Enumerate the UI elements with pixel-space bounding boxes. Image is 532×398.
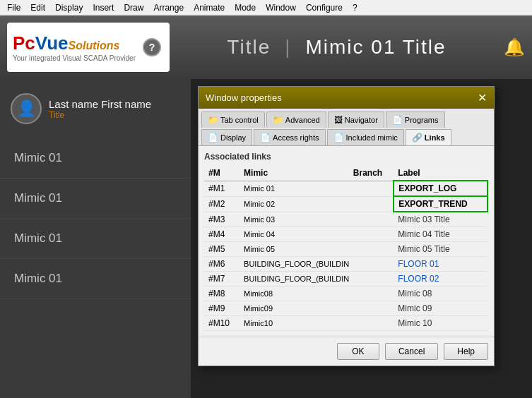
tab-programs[interactable]: 📄 Programs xyxy=(386,111,445,128)
cell-branch xyxy=(349,287,394,301)
cell-branch xyxy=(349,242,394,257)
cell-branch xyxy=(349,196,394,212)
display-icon: 📄 xyxy=(208,133,218,143)
table-row[interactable]: #M9Mimic09Mimic 09 xyxy=(204,301,487,316)
links-table: #M Mimic Branch Label #M1Mimic 01EXPORT_… xyxy=(204,166,488,331)
table-row[interactable]: #M8Mimic08Mimic 08 xyxy=(204,287,487,301)
table-row[interactable]: #M7BUILDING_FLOOR_(BUILDING.FLOOR.0FLOOR… xyxy=(204,272,487,287)
cell-label: EXPORT_LOG xyxy=(394,181,487,196)
cell-mimic: Mimic09 xyxy=(240,301,349,316)
tab-tab-control[interactable]: 📁 Tab control xyxy=(201,111,265,128)
table-row[interactable]: #M3Mimic 03Mimic 03 Title xyxy=(204,212,487,227)
user-info: Last name First name Title xyxy=(49,98,151,120)
table-row[interactable]: #M6BUILDING_FLOOR_(BUILDING.FLOOR.0FLOOR… xyxy=(204,257,487,272)
section-label: Associated links xyxy=(204,152,488,162)
cell-id: #M6 xyxy=(204,257,240,272)
cancel-button[interactable]: Cancel xyxy=(385,343,438,360)
navigator-icon: 🖼 xyxy=(334,115,343,125)
menu-insert[interactable]: Insert xyxy=(88,1,118,14)
cell-branch xyxy=(349,316,394,331)
table-row[interactable]: #M4Mimic 04Mimic 04 Title xyxy=(204,227,487,242)
menu-file[interactable]: File xyxy=(3,1,25,14)
tab-display[interactable]: 📄 Display xyxy=(201,129,252,145)
menu-help[interactable]: ? xyxy=(348,1,362,14)
menu-display[interactable]: Display xyxy=(51,1,87,14)
title-text: Title xyxy=(227,36,271,59)
tab-tab-control-label: Tab control xyxy=(220,116,259,124)
logo-vue: Vue xyxy=(35,32,69,54)
cell-mimic: BUILDING_FLOOR_(BUILDING.FLOOR.0 xyxy=(240,272,349,287)
cell-mimic: Mimic 05 xyxy=(240,242,349,257)
tab-links-label: Links xyxy=(425,133,445,142)
cell-id: #M4 xyxy=(204,227,240,242)
menu-animate[interactable]: Animate xyxy=(189,1,229,14)
table-row[interactable]: #M10Mimic10Mimic 10 xyxy=(204,316,487,331)
cell-branch xyxy=(349,212,394,227)
logo-solutions: Solutions xyxy=(69,40,120,52)
main-area: 👤 Last name First name Title Mimic 01 Mi… xyxy=(0,79,532,398)
tab-display-label: Display xyxy=(220,133,246,142)
cell-branch xyxy=(349,272,394,287)
cell-label: Mimic 10 xyxy=(394,316,487,331)
tab-links[interactable]: 🔗 Links xyxy=(406,129,451,145)
table-row[interactable]: #M2Mimic 02EXPORT_TREND xyxy=(204,196,487,212)
avatar: 👤 xyxy=(11,93,42,124)
logo-area: PcVue Solutions Your integrated Visual S… xyxy=(7,23,170,72)
cell-id: #M8 xyxy=(204,287,240,301)
dialog-tabs: 📁 Tab control 📁 Advanced 🖼 Navigator 📄 P… xyxy=(199,109,494,146)
col-header-id: #M xyxy=(204,166,240,181)
tab-included-mimic[interactable]: 📄 Included mimic xyxy=(327,129,404,145)
included-mimic-icon: 📄 xyxy=(333,133,344,143)
cell-id: #M10 xyxy=(204,316,240,331)
ok-button[interactable]: OK xyxy=(337,343,379,360)
sidebar-item-2[interactable]: Mimic 01 xyxy=(0,179,191,219)
tab-navigator[interactable]: 🖼 Navigator xyxy=(328,111,384,128)
menu-configure[interactable]: Configure xyxy=(302,1,347,14)
cell-label: FLOOR 02 xyxy=(394,272,487,287)
menu-draw[interactable]: Draw xyxy=(119,1,148,14)
menubar: File Edit Display Insert Draw Arrange An… xyxy=(0,0,532,16)
advanced-icon: 📁 xyxy=(273,115,283,125)
help-circle-button[interactable]: ? xyxy=(143,38,161,56)
tab-advanced[interactable]: 📁 Advanced xyxy=(266,111,326,128)
menu-window[interactable]: Window xyxy=(261,1,300,14)
right-panel: Window properties ✕ 📁 Tab control 📁 Adva… xyxy=(191,79,532,398)
table-row[interactable]: #M5Mimic 05Mimic 05 Title xyxy=(204,242,487,257)
dialog-close-button[interactable]: ✕ xyxy=(478,91,487,104)
sidebar-item-1[interactable]: Mimic 01 xyxy=(0,138,191,179)
cell-label: Mimic 05 Title xyxy=(394,242,487,257)
cell-mimic: Mimic10 xyxy=(240,316,349,331)
dialog-content: Associated links #M Mimic Branch Label #… xyxy=(199,146,494,337)
cell-label: Mimic 09 xyxy=(394,301,487,316)
col-header-mimic: Mimic xyxy=(240,166,349,181)
logo-tagline: Your integrated Visual SCADA Provider xyxy=(13,54,136,62)
help-button[interactable]: Help xyxy=(444,343,488,360)
cell-label: Mimic 03 Title xyxy=(394,212,487,227)
sidebar-item-4[interactable]: Mimic 01 xyxy=(0,259,191,299)
tab-navigator-label: Navigator xyxy=(345,116,378,124)
tab-access-rights[interactable]: 📄 Access rights xyxy=(254,129,325,145)
user-name: Last name First name xyxy=(49,98,151,110)
cell-id: #M1 xyxy=(204,181,240,196)
cell-mimic: Mimic08 xyxy=(240,287,349,301)
cell-label: Mimic 04 Title xyxy=(394,227,487,242)
sidebar-item-3[interactable]: Mimic 01 xyxy=(0,219,191,259)
cell-id: #M2 xyxy=(204,196,240,212)
tab-control-icon: 📁 xyxy=(208,115,218,125)
col-header-branch: Branch xyxy=(349,166,394,181)
cell-branch xyxy=(349,301,394,316)
programs-icon: 📄 xyxy=(392,115,403,125)
menu-edit[interactable]: Edit xyxy=(26,1,49,14)
tab-advanced-label: Advanced xyxy=(285,116,320,124)
menu-mode[interactable]: Mode xyxy=(230,1,260,14)
titlebar: PcVue Solutions Your integrated Visual S… xyxy=(0,16,532,79)
menu-arrange[interactable]: Arrange xyxy=(149,1,188,14)
tab-programs-label: Programs xyxy=(405,116,439,124)
logo-pc: PcVue xyxy=(13,32,69,54)
cell-id: #M7 xyxy=(204,272,240,287)
notification-bell-icon[interactable]: 🔔 xyxy=(504,37,525,57)
table-row[interactable]: #M1Mimic 01EXPORT_LOG xyxy=(204,181,487,196)
cell-label: Mimic 08 xyxy=(394,287,487,301)
cell-mimic: Mimic 02 xyxy=(240,196,349,212)
cell-mimic: Mimic 01 xyxy=(240,181,349,196)
